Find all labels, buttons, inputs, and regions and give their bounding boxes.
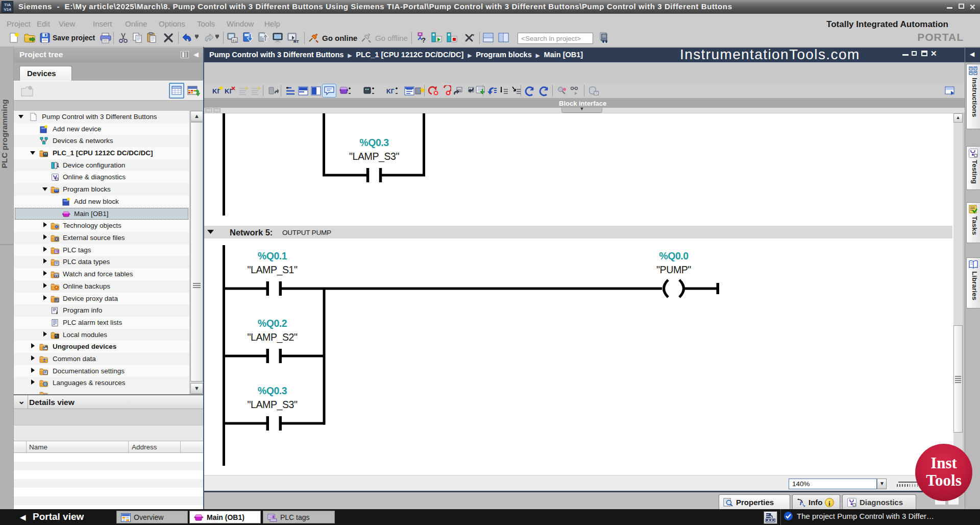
svg-text:01: 01 xyxy=(233,39,237,43)
svg-text:01: 01 xyxy=(458,89,461,92)
svg-text:"LAMP_S1": "LAMP_S1" xyxy=(247,264,298,276)
svg-text:"LAMP_S3": "LAMP_S3" xyxy=(349,151,400,162)
svg-text:"LAMP_S3": "LAMP_S3" xyxy=(247,399,298,411)
svg-text:KГ: KГ xyxy=(225,87,233,95)
svg-text:KГ: KГ xyxy=(386,88,395,95)
svg-text:%Q0.2: %Q0.2 xyxy=(258,318,287,329)
svg-text:%Q0.1: %Q0.1 xyxy=(258,250,287,261)
svg-text:01: 01 xyxy=(470,89,473,92)
svg-text:RT: RT xyxy=(293,39,299,44)
svg-text:"PUMP": "PUMP" xyxy=(656,264,691,275)
svg-text:?: ? xyxy=(422,36,426,44)
svg-text:"LAMP_S2": "LAMP_S2" xyxy=(247,331,298,343)
svg-text:%Q0.3: %Q0.3 xyxy=(359,137,389,148)
svg-text:Network 5:: Network 5: xyxy=(230,228,273,237)
svg-text:i: i xyxy=(56,310,58,315)
svg-text:OUTPUT PUMP: OUTPUT PUMP xyxy=(282,229,331,236)
svg-text:i: i xyxy=(800,499,802,507)
svg-text:%Q0.0: %Q0.0 xyxy=(659,250,689,261)
svg-text:%Q0.3: %Q0.3 xyxy=(258,385,287,396)
svg-text:01: 01 xyxy=(56,238,59,241)
